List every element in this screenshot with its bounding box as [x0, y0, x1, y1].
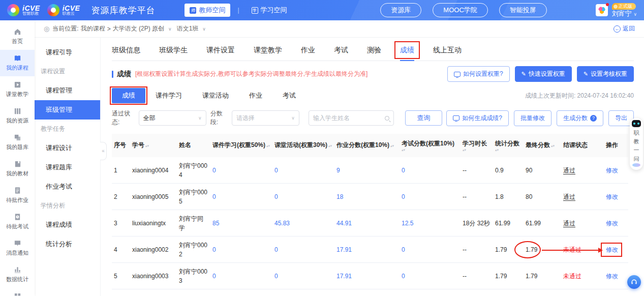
- learn-space-button[interactable]: 学 学习空间: [247, 4, 292, 17]
- sidebar-item-pending-exams[interactable]: 待批考试: [0, 209, 35, 235]
- sort-icon[interactable]: ▴▾: [145, 144, 149, 147]
- generate-scores-button[interactable]: 生成分数?: [557, 110, 603, 126]
- resource-library-button[interactable]: 资源库: [380, 3, 421, 17]
- customer-service-button[interactable]: [627, 275, 641, 289]
- sidebar-item-my-courses[interactable]: 我的课程: [0, 50, 35, 76]
- cell-activity-link[interactable]: 0: [272, 269, 334, 284]
- set-assessment-weight-button[interactable]: ✎设置考核权重: [577, 66, 634, 82]
- sidebar-collapse-button[interactable]: «: [100, 142, 107, 160]
- sidebar-item-notifications[interactable]: 消息通知: [0, 235, 35, 261]
- menu-item-class-management[interactable]: 班级管理: [35, 100, 100, 120]
- cell-homework-link[interactable]: 18: [334, 189, 400, 204]
- teacher-space-button[interactable]: 师 教师空间: [185, 4, 230, 17]
- zhijiao-assistant-widget[interactable]: 职 教 一 问: [630, 118, 643, 170]
- subtab-courseware-learning[interactable]: 课件学习: [145, 88, 192, 103]
- tab-quiz[interactable]: 测验: [367, 42, 381, 61]
- cell-exam-link[interactable]: 0: [400, 242, 461, 257]
- cell-homework-link[interactable]: 44.91: [334, 216, 400, 231]
- username-menu[interactable]: 刘宵宁 ∨: [612, 10, 637, 18]
- chevron-down-icon[interactable]: ∨: [168, 26, 172, 32]
- back-button[interactable]: ← 返回: [614, 24, 635, 33]
- cell-courseware-link[interactable]: 0: [210, 269, 272, 284]
- cell-status[interactable]: 未通过: [561, 269, 604, 284]
- mooc-college-button[interactable]: MOOC学院: [433, 3, 487, 17]
- cell-homework-link[interactable]: 9: [334, 163, 400, 178]
- cell-activity-link[interactable]: 0: [272, 163, 334, 178]
- cell-courseware-link[interactable]: 0: [210, 242, 272, 257]
- cell-exam-link[interactable]: 12.5: [400, 216, 461, 231]
- search-icon[interactable]: [385, 116, 389, 121]
- menu-item-course-design[interactable]: 课程设计: [35, 138, 100, 158]
- breadcrumb-course-select[interactable]: 大学语文 (2P) 原创: [113, 24, 164, 33]
- subtab-exam[interactable]: 考试: [272, 88, 306, 103]
- sidebar-item-my-textbooks[interactable]: 我的教材: [0, 156, 35, 182]
- sort-icon[interactable]: ▴▾: [551, 144, 555, 147]
- sidebar-item-home[interactable]: 首页: [0, 23, 35, 50]
- menu-item-course-management[interactable]: 课程管理: [35, 81, 100, 100]
- sort-icon[interactable]: ▴▾: [266, 144, 270, 147]
- sort-icon[interactable]: ▴▾: [463, 149, 466, 151]
- edit-link[interactable]: 修改: [604, 269, 628, 284]
- cell-status[interactable]: 通过: [561, 163, 604, 178]
- score-range-select[interactable]: 请选择 ∨: [232, 110, 299, 126]
- sidebar-item-my-resources[interactable]: 我的资源: [0, 103, 35, 129]
- breadcrumb-class-select[interactable]: 语文1班: [177, 24, 199, 33]
- chevron-down-icon[interactable]: ∨: [202, 26, 206, 32]
- sidebar-item-pending-homework[interactable]: 待批作业: [0, 182, 35, 209]
- tab-classroom-teaching[interactable]: 课堂教学: [254, 42, 282, 61]
- edit-link[interactable]: 修改: [604, 189, 628, 204]
- smart-cast-button[interactable]: 智能投屏: [499, 3, 547, 17]
- tab-homework[interactable]: 作业: [301, 42, 315, 61]
- tab-grades[interactable]: 成绩: [400, 42, 414, 61]
- quick-set-weight-button[interactable]: ✎快速设置权重: [515, 66, 572, 82]
- sidebar-item-third-party-apps[interactable]: 第三方应用: [0, 288, 35, 296]
- how-to-generate-grades-button[interactable]: 如何生成成绩?: [446, 110, 509, 126]
- cell-exam-link[interactable]: 0: [400, 163, 461, 178]
- sort-icon[interactable]: ▴▾: [495, 149, 499, 151]
- sidebar-item-my-question-bank[interactable]: 我的题库: [0, 129, 35, 156]
- menu-item-statistical-analysis[interactable]: 统计分析: [35, 234, 100, 254]
- subtab-classroom-activity[interactable]: 课堂活动: [192, 88, 239, 103]
- subtab-grades[interactable]: 成绩: [112, 88, 145, 103]
- menu-item-course-guide[interactable]: 课程引导: [35, 43, 100, 62]
- cell-courseware-link[interactable]: 0: [210, 163, 272, 178]
- edit-link[interactable]: 修改: [604, 163, 628, 178]
- tab-class-info[interactable]: 班级信息: [112, 42, 140, 61]
- edit-link[interactable]: 修改: [604, 216, 628, 231]
- tab-class-students[interactable]: 班级学生: [159, 42, 188, 61]
- cell-courseware-link[interactable]: 85: [210, 216, 272, 231]
- cell-status[interactable]: 通过: [561, 189, 604, 204]
- cell-activity-link[interactable]: 0: [272, 242, 334, 257]
- batch-edit-button[interactable]: 批量修改: [514, 110, 551, 126]
- cell-status[interactable]: 未通过: [561, 242, 604, 257]
- tab-exam[interactable]: 考试: [334, 42, 348, 61]
- avatar[interactable]: [596, 4, 608, 16]
- cell-courseware-link[interactable]: 0: [210, 189, 272, 204]
- how-to-set-weight-button[interactable]: 如何设置权重?: [447, 66, 510, 82]
- edit-link[interactable]: 修改: [604, 242, 628, 257]
- menu-item-homework-exam[interactable]: 作业考试: [35, 177, 100, 196]
- sort-icon[interactable]: ▴▾: [328, 144, 332, 147]
- cell-activity-link[interactable]: 0: [272, 189, 334, 204]
- cell-exam-link[interactable]: 0: [400, 189, 461, 204]
- cell-exam-link[interactable]: 0: [400, 269, 461, 284]
- tab-courseware-settings[interactable]: 课件设置: [206, 42, 235, 61]
- query-button[interactable]: 查询: [405, 110, 442, 126]
- cell-homework-link[interactable]: 17.91: [334, 269, 400, 284]
- breadcrumb-my-courses[interactable]: 我的课程: [81, 24, 105, 33]
- sort-icon[interactable]: ▴▾: [402, 149, 405, 151]
- cell-activity-link[interactable]: 45.83: [272, 216, 334, 231]
- cell-homework-link[interactable]: 17.91: [334, 242, 400, 257]
- menu-item-course-question-bank[interactable]: 课程题库: [35, 158, 100, 177]
- sort-icon[interactable]: ▴▾: [390, 144, 394, 147]
- menu-item-course-grades[interactable]: 课程成绩: [35, 215, 100, 234]
- sidebar-label: 课堂教学: [6, 91, 28, 98]
- subtab-homework[interactable]: 作业: [239, 88, 272, 103]
- sidebar-item-data-statistics[interactable]: 数据统计: [0, 261, 35, 288]
- student-name-input[interactable]: [313, 114, 385, 122]
- cell-status[interactable]: 通过: [561, 216, 604, 231]
- pass-status-select[interactable]: 全部 ∨: [139, 110, 206, 126]
- tab-online-interaction[interactable]: 线上互动: [433, 42, 462, 61]
- help-icon[interactable]: ?: [590, 115, 597, 122]
- sidebar-item-classroom-teaching[interactable]: 课堂教学: [0, 76, 35, 103]
